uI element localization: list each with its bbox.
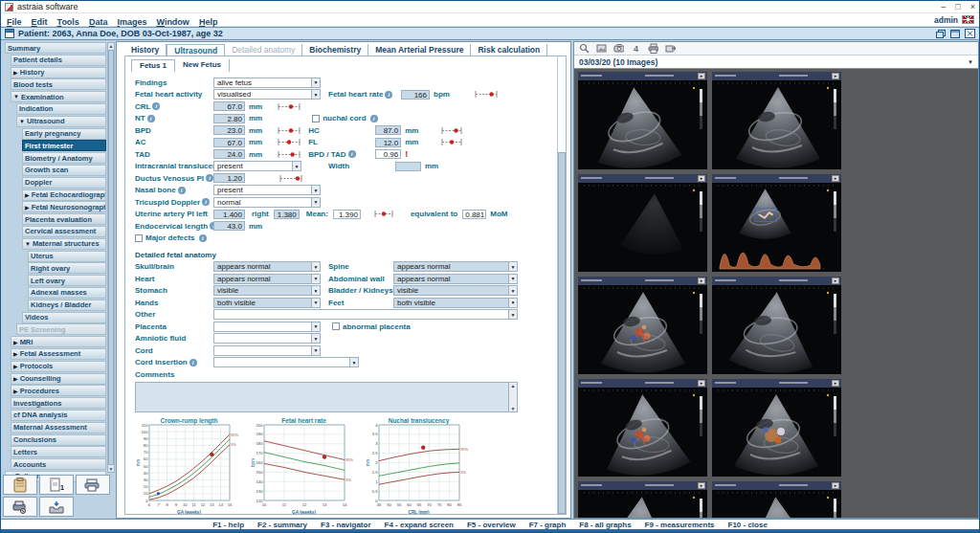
language-flag-icon[interactable] — [962, 15, 974, 24]
chevron-down-icon[interactable]: ▼ — [311, 186, 320, 194]
info-icon[interactable]: i — [206, 174, 213, 182]
thumbnail-expand-button[interactable]: ▸ — [832, 482, 839, 489]
chevron-down-icon[interactable]: ▼ — [292, 162, 301, 170]
chevron-down-icon[interactable]: ▼ — [25, 241, 31, 247]
percentile-slider[interactable] — [278, 126, 301, 135]
sidebar-item-examination[interactable]: ▼Examination — [11, 91, 106, 102]
spine-dropdown[interactable]: appears normal▼ — [393, 261, 518, 272]
info-icon[interactable]: i — [189, 359, 197, 366]
percentile-slider[interactable] — [441, 138, 462, 146]
sidebar-item-cf-dna-analysis[interactable]: cf DNA analysis — [11, 410, 106, 421]
ultrasound-thumbnail-6[interactable]: ▸ — [712, 277, 841, 374]
chevron-down-icon[interactable]: ▼ — [311, 90, 320, 99]
other-dropdown[interactable]: ▼ — [213, 309, 518, 320]
sidebar-item-right-ovary[interactable]: Right ovary — [28, 262, 106, 274]
maximize-button[interactable]: □ — [955, 3, 960, 11]
chevron-right-icon[interactable]: ▶ — [13, 375, 18, 382]
menu-edit[interactable]: Edit — [32, 17, 48, 27]
thumbnail-expand-button[interactable]: ▸ — [698, 73, 705, 79]
width-input[interactable] — [395, 162, 421, 171]
info-icon[interactable]: i — [385, 91, 392, 99]
camera-icon[interactable] — [613, 43, 624, 54]
nuchal-cord-checkbox[interactable] — [312, 115, 320, 122]
ultrasound-thumbnail-4[interactable]: ▸ — [712, 174, 841, 272]
menu-images[interactable]: Images — [117, 17, 146, 27]
info-icon[interactable]: i — [370, 115, 378, 122]
clipboard-button[interactable] — [3, 475, 37, 495]
chevron-down-icon[interactable]: ▼ — [311, 322, 320, 331]
endocervical-length-input[interactable]: 43.0 — [213, 221, 245, 231]
chevron-down-icon[interactable]: ▼ — [19, 119, 25, 124]
sidebar-item-biometry-anatomy[interactable]: Biometry / Anatomy — [22, 152, 106, 164]
tab-history[interactable]: History — [124, 44, 167, 56]
nt-input[interactable]: 2.80 — [213, 114, 245, 123]
report-button[interactable]: 1 — [39, 475, 74, 495]
percentile-slider[interactable] — [278, 102, 301, 111]
percentile-slider[interactable] — [278, 150, 301, 159]
uterine-pi-right-input[interactable]: 1.380 — [274, 210, 300, 219]
tricuspid-doppler-dropdown[interactable]: normal▼ — [213, 197, 321, 208]
ultrasound-thumbnail-7[interactable]: ▸ — [578, 379, 707, 477]
chevron-down-icon[interactable]: ▼ — [968, 59, 973, 65]
info-icon[interactable]: i — [202, 198, 210, 206]
form-scrollbar-thumb[interactable] — [558, 152, 566, 514]
fax-button[interactable] — [3, 497, 37, 517]
bpd-input[interactable]: 23.0 — [213, 125, 245, 135]
thumbnail-expand-button[interactable]: ▸ — [832, 278, 839, 284]
tab-risk-calculation[interactable]: Risk calculation — [471, 44, 547, 56]
chevron-down-icon[interactable]: ▼ — [508, 310, 517, 319]
ac-input[interactable]: 67.0 — [213, 138, 245, 147]
findings-dropdown[interactable]: alive fetus▼ — [213, 78, 321, 88]
menu-file[interactable]: File — [7, 17, 22, 27]
sidebar-item-mri[interactable]: ▶MRI — [11, 336, 106, 347]
fetal-heart-activity-dropdown[interactable]: visualised▼ — [213, 89, 321, 100]
fkey-f7[interactable]: F7 - graph — [529, 521, 567, 529]
chevron-down-icon[interactable]: ▼ — [311, 262, 320, 271]
fl-input[interactable]: 12.0 — [375, 138, 401, 147]
sidebar-item-maternal-assessment[interactable]: Maternal Assessment — [11, 422, 106, 433]
sidebar-item-investigations[interactable]: Investigations — [11, 397, 106, 409]
sidebar-item-indication[interactable]: Indication — [16, 103, 106, 115]
chevron-right-icon[interactable]: ▶ — [13, 350, 18, 357]
grid-4-icon[interactable]: 4 — [631, 43, 641, 54]
cord-insertion-dropdown[interactable]: ▼ — [213, 357, 359, 367]
sidebar-item-conclusions[interactable]: Conclusions — [11, 434, 106, 446]
info-icon[interactable]: i — [199, 234, 207, 242]
info-icon[interactable]: i — [348, 150, 356, 158]
chevron-right-icon[interactable]: ▶ — [25, 204, 30, 211]
comments-textarea[interactable]: ▲▼ — [135, 382, 518, 412]
sidebar-item-left-ovary[interactable]: Left ovary — [28, 275, 106, 286]
scroll-down-icon[interactable]: ▼ — [109, 466, 114, 472]
placenta-dropdown[interactable]: ▼ — [213, 322, 321, 332]
percentile-slider[interactable] — [475, 90, 498, 99]
thumbnail-expand-button[interactable]: ▸ — [832, 73, 839, 79]
fkey-f9[interactable]: F9 - measurements — [645, 521, 715, 529]
menu-tools[interactable]: Tools — [57, 17, 79, 27]
thumbnail-expand-button[interactable]: ▸ — [832, 175, 839, 182]
close-button[interactable]: × — [970, 3, 975, 11]
heart-dropdown[interactable]: appears normal▼ — [213, 274, 321, 284]
fkey-f4[interactable]: F4 - expand screen — [385, 521, 454, 529]
abnormal-placenta-checkbox[interactable] — [332, 322, 340, 330]
sidebar-item-summary[interactable]: Summary — [5, 42, 106, 54]
uterine-pi-mom-input[interactable]: 0.881 — [462, 210, 486, 219]
percentile-slider[interactable] — [374, 210, 393, 218]
sidebar-item-ultrasound[interactable]: ▼Ultrasound — [16, 116, 106, 127]
thumbnail-expand-button[interactable]: ▸ — [698, 482, 705, 489]
crl-input[interactable]: 67.0 — [213, 101, 245, 111]
chevron-right-icon[interactable]: ▶ — [25, 191, 30, 198]
uterine-pi-mean-input[interactable]: 1.390 — [333, 210, 361, 219]
chevron-down-icon[interactable]: ▼ — [508, 299, 517, 307]
sidebar-item-cervical-assessment[interactable]: Cervical assessment — [22, 226, 106, 237]
major-defects-checkbox[interactable] — [135, 234, 143, 242]
percentile-slider[interactable] — [279, 174, 302, 183]
close-patient-icon[interactable] — [965, 29, 975, 38]
sidebar-item-growth-scan[interactable]: Growth scan — [22, 165, 106, 176]
ultrasound-thumbnail-1[interactable]: ▸ — [578, 72, 707, 169]
scroll-down-icon[interactable]: ▼ — [511, 406, 516, 411]
nasal-bone-dropdown[interactable]: present▼ — [213, 185, 321, 195]
thumbnail-expand-button[interactable]: ▸ — [698, 175, 705, 182]
abdominal-wall-dropdown[interactable]: appears normal▼ — [393, 274, 518, 284]
chevron-right-icon[interactable]: ▶ — [13, 363, 18, 369]
chevron-right-icon[interactable]: ▶ — [13, 69, 18, 76]
